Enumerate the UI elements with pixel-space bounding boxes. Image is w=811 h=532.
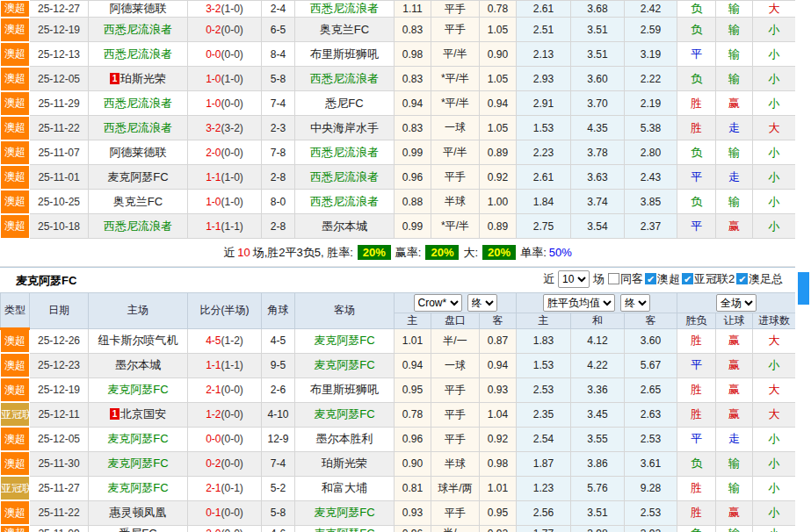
euro-home-odds: 2.51 [517, 18, 571, 42]
scrollbar-thumb[interactable] [798, 272, 809, 305]
away-team-link[interactable]: 麦克阿瑟FC [295, 328, 395, 353]
filter-checkbox-同客[interactable]: 同客 [608, 271, 643, 287]
league-badge[interactable]: 澳超 [1, 1, 30, 18]
score: 2-0(0-0) [188, 525, 262, 532]
corner-count: 7-8 [262, 140, 295, 165]
result-handicap: 输 [716, 67, 753, 91]
away-team-link[interactable]: 和富大埔 [295, 476, 395, 500]
away-team-link[interactable]: 麦克阿瑟FC [295, 353, 395, 377]
home-team-link[interactable]: 西悉尼流浪者 [89, 91, 188, 116]
league-badge[interactable]: 亚冠联2 [1, 476, 30, 500]
home-team-link[interactable]: 奥克兰FC [89, 190, 188, 214]
match-row: 澳超25-12-05麦克阿瑟FC0-0(0-0)12-9墨尔本胜利0.96平手0… [1, 427, 796, 451]
halftime-score: (1-0) [221, 73, 243, 85]
league-badge[interactable]: 澳超 [1, 165, 30, 190]
col-home: 主场 [89, 292, 188, 328]
home-team-link[interactable]: 麦克阿瑟FC [89, 427, 188, 451]
match-row: 澳超25-12-27阿德莱德联3-2(1-0)2-4西悉尼流浪者1.11平手0.… [1, 1, 796, 18]
match-row: 澳超25-11-22西悉尼流浪者3-2(3-2)2-3中央海岸水手0.83一球1… [1, 116, 796, 140]
league-badge[interactable]: 澳超 [1, 500, 30, 525]
fulltime-score: 2-0 [206, 147, 221, 159]
match-row: 亚冠联225-11-27麦克阿瑟FC2-1(0-1)5-2和富大埔0.81球半/… [1, 476, 796, 500]
asia-stage-select[interactable]: 终 [467, 294, 497, 312]
euro-away-odds: 2.43 [625, 165, 677, 190]
filter-checkbox-澳超[interactable]: ✔澳超 [645, 271, 680, 287]
league-badge[interactable]: 澳超 [1, 427, 30, 451]
filter-checkbox-澳足总[interactable]: ✔澳足总 [736, 271, 783, 287]
match-row: 澳超25-11-07阿德莱德联2-0(0-0)7-8西悉尼流浪者0.99平/半0… [1, 140, 796, 165]
home-team-link[interactable]: 悉尼FC [89, 525, 188, 532]
away-team-link[interactable]: 西悉尼流浪者 [295, 67, 395, 91]
away-team-link[interactable]: 布里斯班狮吼 [295, 377, 395, 402]
bookmaker-select[interactable]: Crow* [414, 294, 462, 312]
away-team-link[interactable]: 西悉尼流浪者 [295, 1, 395, 18]
period-select[interactable]: 全场 [716, 294, 757, 312]
home-team-link[interactable]: 纽卡斯尔喷气机 [89, 328, 188, 353]
checkbox-checked-icon[interactable]: ✔ [645, 273, 656, 284]
away-team-link[interactable]: 西悉尼流浪者 [295, 140, 395, 165]
league-badge[interactable]: 澳超 [1, 525, 30, 532]
games-count-select[interactable]: 10 [558, 270, 590, 288]
league-badge[interactable]: 澳超 [1, 377, 30, 402]
away-team-link[interactable]: 麦克阿瑟FC [295, 525, 395, 532]
away-team-link[interactable]: 珀斯光荣 [295, 451, 395, 476]
euro-draw-odds: 3.63 [571, 165, 625, 190]
euro-odds-select[interactable]: 胜平负均值 [543, 294, 615, 312]
home-team-link[interactable]: 墨尔本城 [89, 353, 188, 377]
league-badge[interactable]: 澳超 [1, 18, 30, 42]
league-badge[interactable]: 亚冠联2 [1, 402, 30, 427]
result-handicap: 赢 [716, 91, 753, 116]
euro-stage-select[interactable]: 终 [620, 294, 650, 312]
home-team-link[interactable]: 麦克阿瑟FC [89, 476, 188, 500]
home-team-link[interactable]: 惠灵顿凤凰 [89, 500, 188, 525]
league-badge[interactable]: 澳超 [1, 116, 30, 140]
home-team-link[interactable]: 麦克阿瑟FC [89, 451, 188, 476]
away-team-link[interactable]: 布里斯班狮吼 [295, 42, 395, 67]
checkbox-checked-icon[interactable]: ✔ [736, 273, 748, 284]
asia-home-odds: 0.81 [395, 476, 431, 500]
result-wdl: 负 [677, 18, 716, 42]
home-team-link[interactable]: 西悉尼流浪者 [89, 18, 188, 42]
league-badge[interactable]: 澳超 [1, 140, 30, 165]
league-badge[interactable]: 澳超 [1, 42, 30, 67]
home-team-link[interactable]: 麦克阿瑟FC [89, 165, 188, 190]
home-team-link[interactable]: 西悉尼流浪者 [89, 116, 188, 140]
home-team-link[interactable]: 西悉尼流浪者 [89, 42, 188, 67]
away-team-link[interactable]: 中央海岸水手 [295, 116, 395, 140]
home-team-link[interactable]: 麦克阿瑟FC [89, 377, 188, 402]
filter-checkbox-亚冠联2[interactable]: ✔亚冠联2 [682, 271, 735, 287]
away-team-link[interactable]: 麦克阿瑟FC [295, 402, 395, 427]
away-team-link[interactable]: 奥克兰FC [295, 18, 395, 42]
result-handicap: 输 [716, 1, 753, 18]
league-badge[interactable]: 澳超 [1, 451, 30, 476]
league-badge[interactable]: 澳超 [1, 353, 30, 377]
away-team-link[interactable]: 西悉尼流浪者 [295, 165, 395, 190]
league-badge[interactable]: 澳超 [1, 190, 30, 214]
home-team-link[interactable]: 阿德莱德联 [89, 1, 188, 18]
scrollbar-track[interactable] [795, 0, 811, 532]
home-team-link[interactable]: 阿德莱德联 [89, 140, 188, 165]
away-team-link[interactable]: 西悉尼流浪者 [295, 190, 395, 214]
away-team-link[interactable]: 麦克阿瑟FC [295, 500, 395, 525]
checkbox-unchecked-icon[interactable] [608, 273, 619, 284]
home-team-link[interactable]: 1北京国安 [89, 402, 188, 427]
home-team-link[interactable]: 1珀斯光荣 [89, 67, 188, 91]
league-badge[interactable]: 澳超 [1, 91, 30, 116]
away-team-link[interactable]: 墨尔本胜利 [295, 427, 395, 451]
asia-handicap: 半球 [431, 451, 480, 476]
handicap-rate-badge: 20% [425, 245, 459, 260]
away-team-link[interactable]: 墨尔本城 [295, 214, 395, 239]
home-team-link[interactable]: 西悉尼流浪者 [89, 214, 188, 239]
asia-handicap: 平手 [431, 427, 480, 451]
league-badge[interactable]: 澳超 [1, 67, 30, 91]
euro-away-odds: 5.38 [625, 116, 677, 140]
result-handicap-col: 让球 [716, 313, 753, 328]
league-badge[interactable]: 澳超 [1, 214, 30, 239]
asia-home-odds: 0.98 [395, 42, 431, 67]
checkbox-checked-icon[interactable]: ✔ [682, 273, 693, 284]
away-team-link[interactable]: 悉尼FC [295, 91, 395, 116]
euro-away-odds: 2.53 [625, 500, 677, 525]
league-badge[interactable]: 澳超 [1, 328, 30, 353]
match-date: 25-11-22 [30, 500, 89, 525]
halftime-score: (1-0) [221, 196, 243, 208]
